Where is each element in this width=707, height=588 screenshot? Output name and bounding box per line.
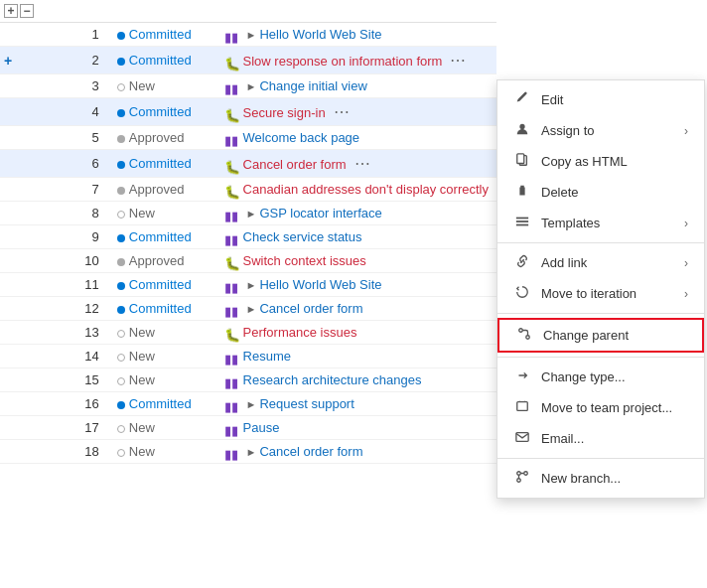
order-cell: 12 — [57, 297, 108, 321]
menu-submenu-arrow: › — [684, 256, 688, 270]
row-ellipsis-button[interactable]: ⋯ — [351, 154, 374, 173]
title-cell: 🐛Secure sign-in⋯ — [216, 98, 496, 126]
state-label: Approved — [129, 130, 185, 145]
menu-item-add-link[interactable]: Add link› — [497, 247, 704, 278]
state-cell: Committed — [109, 297, 216, 321]
menu-submenu-arrow: › — [684, 124, 688, 138]
feature-icon: ▮▮ — [224, 232, 240, 244]
title-link[interactable]: Research architecture changes — [243, 372, 422, 387]
menu-label-edit: Edit — [541, 92, 688, 107]
table-row[interactable]: +2Committed🐛Slow response on information… — [0, 47, 496, 74]
expand-chevron[interactable]: ► — [246, 279, 257, 291]
table-row[interactable]: 7Approved🐛Canadian addresses don't displ… — [0, 178, 496, 202]
state-cell: New — [109, 440, 216, 464]
feature-icon: ▮▮ — [224, 304, 240, 316]
expand-chevron[interactable]: ► — [246, 446, 257, 458]
title-link[interactable]: Change initial view — [259, 78, 366, 93]
row-controls-cell — [0, 74, 57, 98]
table-row[interactable]: 4Committed🐛Secure sign-in⋯ — [0, 98, 496, 126]
table-row[interactable]: 3New▮▮►Change initial view — [0, 74, 496, 98]
title-link[interactable]: Cancel order form — [259, 444, 362, 459]
title-link[interactable]: Slow response on information form — [243, 54, 443, 69]
table-row[interactable]: 12Committed▮▮►Cancel order form — [0, 297, 496, 321]
table-row[interactable]: 1Committed▮▮►Hello World Web Site — [0, 23, 496, 47]
menu-item-change-parent[interactable]: Change parent — [497, 318, 704, 353]
title-link[interactable]: Performance issues — [243, 325, 357, 340]
state-label: Committed — [129, 301, 192, 316]
menu-label-templates: Templates — [541, 216, 684, 230]
title-link[interactable]: Hello World Web Site — [259, 27, 381, 42]
expand-chevron[interactable]: ► — [246, 80, 257, 92]
state-label: New — [129, 325, 155, 340]
svg-point-0 — [519, 124, 524, 129]
table-row[interactable]: 17New▮▮Pause — [0, 416, 496, 440]
title-link[interactable]: Switch context issues — [243, 253, 366, 268]
title-link[interactable]: Resume — [243, 349, 291, 364]
menu-item-templates[interactable]: Templates› — [497, 208, 704, 238]
title-link[interactable]: Check service status — [243, 229, 362, 244]
title-header — [216, 0, 496, 23]
title-link[interactable]: GSP locator interface — [259, 206, 381, 220]
row-controls-cell — [0, 23, 57, 47]
menu-item-email[interactable]: Email... — [497, 423, 704, 454]
expand-chevron[interactable]: ► — [246, 29, 257, 41]
title-cell: ▮▮Pause — [216, 416, 496, 440]
menu-label-move-to-iteration: Move to iteration — [541, 286, 684, 301]
order-cell: 1 — [57, 23, 108, 47]
menu-icon-change-type — [513, 368, 531, 385]
state-label: Approved — [129, 182, 185, 197]
table-row[interactable]: 9Committed▮▮Check service status — [0, 225, 496, 249]
row-ellipsis-button[interactable]: ⋯ — [446, 51, 470, 70]
state-cell: Approved — [109, 178, 216, 202]
table-row[interactable]: 11Committed▮▮►Hello World Web Site — [0, 273, 496, 297]
title-cell: ▮▮►Hello World Web Site — [216, 23, 496, 47]
expand-all-button[interactable]: + — [4, 4, 18, 18]
state-label: New — [129, 78, 155, 93]
state-label: Approved — [129, 253, 185, 268]
menu-item-new-branch[interactable]: New branch... — [497, 463, 704, 494]
table-row[interactable]: 6Committed🐛Cancel order form⋯ — [0, 150, 496, 178]
title-link[interactable]: Pause — [243, 420, 280, 435]
menu-label-assign-to: Assign to — [541, 123, 684, 138]
table-row[interactable]: 15New▮▮Research architecture changes — [0, 368, 496, 392]
title-link[interactable]: Request support — [259, 396, 354, 411]
table-row[interactable]: 8New▮▮►GSP locator interface — [0, 202, 496, 225]
menu-item-assign-to[interactable]: Assign to› — [497, 115, 704, 146]
menu-item-change-type[interactable]: Change type... — [497, 362, 704, 392]
add-child-button[interactable]: + — [2, 53, 14, 69]
menu-icon-assign-to — [513, 122, 531, 139]
svg-point-12 — [517, 479, 521, 483]
menu-item-edit[interactable]: Edit — [497, 84, 704, 115]
menu-item-delete[interactable]: Delete — [497, 177, 704, 208]
state-label: Committed — [129, 396, 192, 411]
table-row[interactable]: 18New▮▮►Cancel order form — [0, 440, 496, 464]
row-controls-cell: + — [0, 47, 57, 74]
svg-rect-9 — [516, 433, 528, 442]
expand-chevron[interactable]: ► — [246, 208, 257, 220]
menu-label-delete: Delete — [541, 185, 688, 200]
title-link[interactable]: Hello World Web Site — [259, 277, 381, 292]
menu-item-move-to-team-project[interactable]: Move to team project... — [497, 392, 704, 423]
collapse-all-button[interactable]: − — [20, 4, 34, 18]
title-link[interactable]: Secure sign-in — [243, 105, 326, 120]
menu-item-copy-as-html[interactable]: Copy as HTML — [497, 146, 704, 177]
table-row[interactable]: 16Committed▮▮►Request support — [0, 392, 496, 416]
table-row[interactable]: 10Approved🐛Switch context issues — [0, 249, 496, 273]
title-link[interactable]: Canadian addresses don't display correct… — [243, 182, 489, 197]
feature-icon: ▮▮ — [224, 133, 240, 145]
table-row[interactable]: 5Approved▮▮Welcome back page — [0, 126, 496, 150]
expand-chevron[interactable]: ► — [246, 303, 257, 315]
row-controls-cell — [0, 273, 57, 297]
row-ellipsis-button[interactable]: ⋯ — [330, 102, 354, 121]
table-row[interactable]: 14New▮▮Resume — [0, 345, 496, 368]
expand-chevron[interactable]: ► — [246, 398, 257, 410]
state-label: Committed — [129, 156, 192, 171]
title-cell: 🐛Cancel order form⋯ — [216, 150, 496, 178]
title-link[interactable]: Cancel order form — [259, 301, 362, 316]
title-link[interactable]: Welcome back page — [243, 130, 360, 145]
table-row[interactable]: 13New🐛Performance issues — [0, 321, 496, 345]
title-link[interactable]: Cancel order form — [243, 157, 347, 172]
state-label: Committed — [129, 229, 192, 244]
menu-item-move-to-iteration[interactable]: Move to iteration› — [497, 278, 704, 309]
order-cell: 2 — [57, 47, 108, 74]
